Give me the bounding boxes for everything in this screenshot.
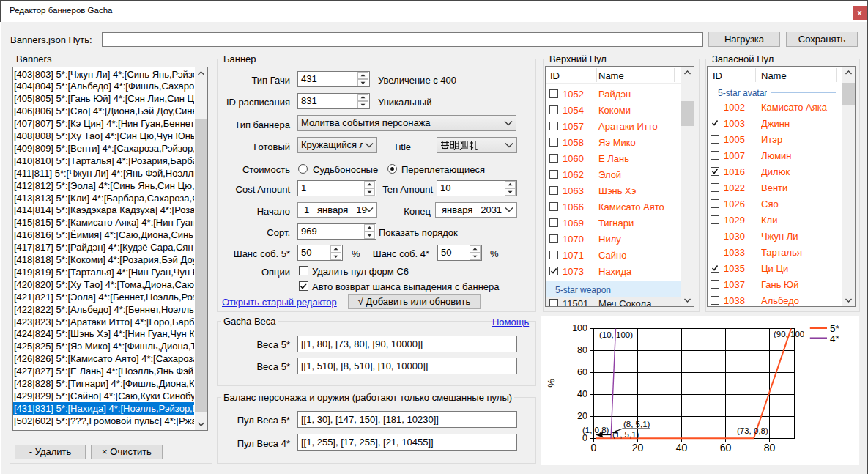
svg-text:0: 0	[582, 433, 587, 443]
svg-text:100: 100	[572, 323, 587, 333]
svg-text:(73, 0,8): (73, 0,8)	[737, 426, 768, 435]
svg-text:5*: 5*	[830, 323, 840, 334]
svg-text:80: 80	[764, 442, 776, 453]
svg-text:(1, 0,8): (1, 0,8)	[582, 426, 609, 434]
svg-text:(90, 100): (90, 100)	[774, 330, 807, 338]
svg-text:40: 40	[676, 442, 688, 453]
svg-text:(8, 5,1): (8, 5,1)	[623, 420, 650, 429]
svg-text:20: 20	[577, 411, 587, 421]
svg-text:60: 60	[720, 442, 732, 453]
svg-text:(10, 100): (10, 100)	[599, 330, 633, 339]
svg-text:60: 60	[577, 367, 587, 377]
svg-text:80: 80	[577, 345, 587, 355]
svg-text:0: 0	[591, 442, 597, 453]
svg-text:%: %	[546, 379, 557, 388]
svg-text:40: 40	[577, 389, 587, 399]
svg-text:20: 20	[632, 442, 644, 453]
svg-text:4*: 4*	[830, 333, 840, 344]
